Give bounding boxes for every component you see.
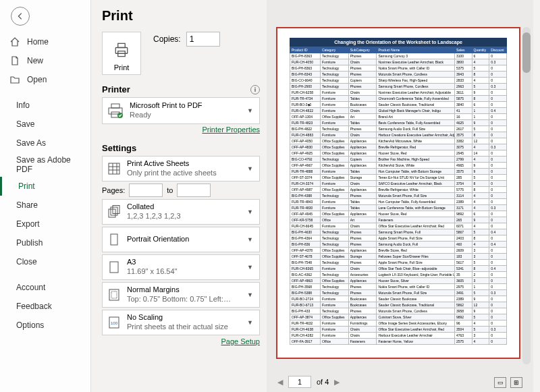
table-row: FUR-CH-8365FurnitureChairsOffice Star Ta…	[290, 266, 507, 272]
nav-close[interactable]: Close	[0, 252, 90, 271]
nav-options[interactable]: Options	[0, 316, 90, 335]
svg-text:100: 100	[111, 321, 118, 325]
nav-label: Save as Adobe PDF	[16, 155, 81, 174]
chevron-down-icon: ▼	[247, 264, 255, 271]
table-row: BIG-PH-4630TechnologyPhonesSamsung Smart…	[290, 229, 507, 235]
nav-new[interactable]: New	[0, 51, 90, 70]
table-row: FUR-BO-6713FurnitureBookcasesSauder Clas…	[290, 302, 507, 308]
pages-to-label: to	[167, 186, 173, 194]
scrollbar-thumb[interactable]	[522, 32, 531, 73]
nav-info[interactable]: Info	[0, 96, 90, 115]
table-row: FUR-TR-4823FurnitureTablesBevis Conferen…	[290, 120, 507, 126]
table-row: FUR-CH-4638FurnitureChairsOffice Star Ex…	[290, 327, 507, 333]
info-icon[interactable]: i	[250, 85, 260, 94]
zoom-to-page-button[interactable]: ▭	[494, 377, 506, 388]
setting-title: Normal Margins	[127, 285, 247, 295]
nav-print[interactable]: Print	[0, 177, 90, 196]
table-row: FUR-CH-4883FurnitureChairsHarbour Creati…	[290, 132, 507, 138]
svg-rect-4	[111, 104, 119, 108]
nav-feedback[interactable]: Feedback	[0, 297, 90, 316]
chevron-down-icon: ▼	[247, 236, 255, 243]
print-preview-pane: Changing the Orientation of the Workshee…	[267, 0, 533, 392]
zoom-margins-button[interactable]: ⊞	[510, 377, 522, 388]
table-row: OFF-FA-3917OfficeFastenersFastener Home,…	[290, 339, 507, 345]
svg-rect-14	[111, 291, 117, 298]
table-row: FUR-TR-4843FurnitureTablesHon Computer T…	[290, 199, 507, 205]
nav-label: Share	[16, 200, 38, 210]
table-row: BIG-PH-3568TechnologyPhonesNokia Smart P…	[290, 284, 507, 290]
table-row: BIG-PH-5388TechnologyPhonesMotorola Smar…	[290, 290, 507, 296]
print-button[interactable]: Print	[102, 32, 141, 75]
nav-label: Info	[16, 101, 30, 110]
copies-input[interactable]	[186, 32, 220, 47]
printer-section-head: Printer	[102, 84, 130, 94]
next-page-button[interactable]: ▶	[334, 378, 340, 387]
pages-label: Pages:	[102, 186, 125, 194]
prev-page-button[interactable]: ◀	[277, 378, 283, 387]
table-row: FUR-BO-3ẹ0FurnitureBookcasesSauder Class…	[290, 102, 507, 108]
setting-print-area[interactable]: Print Active SheetsOnly print the active…	[102, 156, 260, 181]
nav-save[interactable]: Save	[0, 115, 90, 134]
table-row: FUR-TR-4632FurnitureFurnishingsOffice Im…	[290, 320, 507, 327]
pages-to-input[interactable]	[177, 184, 211, 197]
table-row: FUR-TR-4830FurnitureTablesLane Conferenc…	[290, 205, 507, 211]
setting-sub: 11.69" x 16.54"	[127, 267, 247, 277]
nav-publish[interactable]: Publish	[0, 233, 90, 252]
print-settings-panel: Print Print Copies: Printer i Microsoft …	[91, 0, 267, 392]
table-row: FUR-TR-4734FurnitureTablesChromcraft Con…	[290, 96, 507, 102]
nav-label: Account	[16, 283, 45, 292]
setting-title: Portrait Orientation	[127, 235, 247, 244]
printer-selector[interactable]: Microsoft Print to PDF Ready ▼	[102, 97, 260, 124]
settings-section-head: Settings	[102, 143, 136, 153]
setting-title: A3	[127, 258, 247, 267]
nav-export[interactable]: Export	[0, 215, 90, 233]
table-row: OFF-AP-4378Office SuppliesAppliancesBrev…	[290, 248, 507, 254]
table-row: FUR-BO-2724FurnitureBookcasesSauder Clas…	[290, 296, 507, 302]
nav-open[interactable]: Open	[0, 70, 90, 89]
nav-save-adobe-pdf[interactable]: Save as Adobe PDF	[0, 152, 90, 177]
col-header: Product Name	[377, 47, 455, 53]
pages-range-row: Pages: to	[102, 184, 260, 197]
table-row: BIG-PH-8343TechnologyPhonesMotorola Smar…	[290, 72, 507, 78]
nav-label: Open	[27, 75, 47, 84]
page-number-input[interactable]	[288, 376, 311, 388]
table-row: OFF-AP-4050Office SuppliesAppliancesKitc…	[290, 138, 507, 144]
table-row: FUR-TR-4888FurnitureTablesHon Computer T…	[290, 169, 507, 175]
svg-rect-12	[110, 262, 118, 273]
collated-icon	[107, 204, 122, 219]
page-setup-link[interactable]: Page Setup	[102, 337, 260, 345]
nav-saveas[interactable]: Save As	[0, 134, 90, 152]
nav-account[interactable]: Account	[0, 278, 90, 297]
table-row: BIG-PH-836TechnologyPhonesSamsung Audio …	[290, 242, 507, 248]
col-header: Product ID	[290, 47, 321, 53]
setting-paper-size[interactable]: A311.69" x 16.54" ▼	[102, 254, 260, 280]
nav-label: Save	[16, 119, 34, 129]
margins-icon	[107, 287, 122, 302]
new-icon	[9, 55, 20, 66]
table-row: BIG-PH-4388TechnologyPhonesMotorola Smar…	[290, 193, 507, 199]
pages-from-input[interactable]	[129, 184, 163, 197]
col-header: SubCategory	[348, 47, 377, 53]
setting-collation[interactable]: Collated1,2,3 1,2,3 1,2,3 ▼	[102, 199, 260, 225]
table-row: BIG-PH-4364TechnologyPhonesApple Smart P…	[290, 235, 507, 242]
scaling-icon: 100	[107, 315, 122, 330]
col-header: Quantity	[472, 47, 489, 53]
nav-label: Home	[27, 37, 49, 47]
table-row: OFF-AP-1304Office SuppliesArtBrand-Art16…	[290, 114, 507, 120]
setting-margins[interactable]: Normal MarginsTop: 0.75" Bottom: 0.75" L…	[102, 282, 260, 308]
setting-sub: Top: 0.75" Bottom: 0.75" Left:…	[127, 295, 247, 304]
page-title: Print	[102, 8, 260, 24]
table-row: BIG-AC-4362TechnologyAccessoriesLogitech…	[290, 272, 507, 278]
back-button[interactable]	[11, 7, 30, 26]
nav-label: Publish	[16, 238, 43, 248]
chevron-down-icon: ▼	[247, 107, 255, 114]
nav-share[interactable]: Share	[0, 196, 90, 215]
preview-scrollbar[interactable]	[522, 27, 531, 364]
backstage-sidebar: Home New Open Info Save Save As Save as …	[0, 0, 91, 392]
setting-scaling[interactable]: 100 No ScalingPrint sheets at their actu…	[102, 310, 260, 335]
printer-properties-link[interactable]: Printer Properties	[102, 125, 260, 134]
nav-home[interactable]: Home	[0, 32, 90, 51]
table-row: OFF-AP-4967Office SuppliesAppliancesKitc…	[290, 163, 507, 169]
setting-orientation[interactable]: Portrait Orientation ▼	[102, 227, 260, 252]
table-row: OFF-AP-4863Office SuppliesAppliancesHoov…	[290, 278, 507, 284]
